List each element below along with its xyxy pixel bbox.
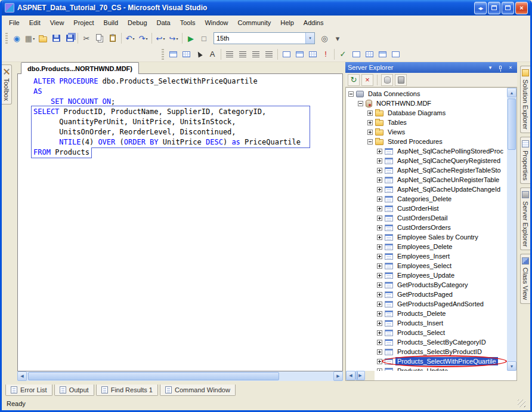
- menu-project[interactable]: Project: [69, 17, 98, 29]
- navigate-forward-icon[interactable]: ↪▾: [167, 32, 180, 45]
- menu-help[interactable]: Help: [276, 17, 299, 29]
- scroll-thumb[interactable]: [508, 99, 516, 150]
- tree-item-label[interactable]: Products_Select: [395, 328, 447, 337]
- tab-server-explorer[interactable]: Server Explorer: [520, 187, 530, 250]
- tree-row-northwnd-mdf[interactable]: NORTHWND.MDF: [346, 99, 507, 108]
- tree-item-label[interactable]: Employees_Update: [395, 271, 456, 279]
- expand-icon[interactable]: [377, 302, 382, 307]
- decrease-indent-icon[interactable]: [223, 48, 236, 61]
- expand-icon[interactable]: [377, 359, 382, 364]
- tree-row-custorderhist[interactable]: CustOrderHist: [346, 204, 507, 213]
- expand-icon[interactable]: [377, 263, 382, 269]
- expand-icon[interactable]: [377, 158, 382, 164]
- menu-tools[interactable]: Tools: [175, 17, 200, 29]
- tab-toolbox[interactable]: Toolbox: [2, 64, 12, 104]
- tree-item-label[interactable]: Products_SelectWithPriceQuartile: [395, 357, 498, 365]
- expand-icon[interactable]: [377, 282, 382, 288]
- collapse-icon[interactable]: [367, 139, 373, 144]
- expand-icon[interactable]: [377, 292, 382, 297]
- break-all-icon[interactable]: □: [197, 32, 211, 45]
- increase-indent-icon[interactable]: [236, 48, 249, 61]
- expand-icon[interactable]: [377, 368, 382, 371]
- expand-icon[interactable]: [377, 206, 382, 211]
- tree-item-label[interactable]: GetProductsPaged: [395, 290, 454, 299]
- tree-row-products-selectbyproductid[interactable]: Products_SelectByProductID: [346, 347, 507, 356]
- expand-icon[interactable]: [377, 244, 382, 250]
- tree-row-stored-procedures[interactable]: Stored Procedures: [346, 137, 507, 146]
- menu-edit[interactable]: Edit: [24, 17, 45, 29]
- expand-icon[interactable]: [377, 168, 382, 173]
- tree-row-aspnet-sqlcacheupdatechangeid[interactable]: AspNet_SqlCacheUpdateChangeId: [346, 185, 507, 194]
- tree-row-aspnet-sqlcachepollingstoredproc[interactable]: AspNet_SqlCachePollingStoredProc: [346, 146, 507, 156]
- window-minimize-button[interactable]: [488, 2, 500, 14]
- expand-icon[interactable]: [377, 225, 382, 230]
- scroll-track[interactable]: [507, 97, 516, 361]
- tab-class-view[interactable]: Class View: [520, 254, 530, 303]
- tree-horizontal-scrollbar[interactable]: ◀ ▶: [346, 371, 365, 380]
- scroll-left-icon[interactable]: ◀: [346, 371, 355, 380]
- tree-item-label[interactable]: AspNet_SqlCacheQueryRegistered: [395, 156, 502, 165]
- tree-item-label[interactable]: Tables: [386, 118, 409, 127]
- tree-item-label[interactable]: GetProductsPagedAndSorted: [395, 300, 485, 308]
- tree-item-label[interactable]: Employees_Insert: [395, 252, 451, 260]
- tree-item-label[interactable]: Products_Delete: [395, 309, 447, 318]
- tree-item-label[interactable]: CustOrderHist: [395, 204, 441, 213]
- save-icon[interactable]: [50, 32, 63, 45]
- collapse-icon[interactable]: [358, 101, 363, 106]
- tree-row-data-connections[interactable]: Data Connections: [346, 89, 507, 99]
- scroll-left-icon[interactable]: ◀: [17, 371, 27, 381]
- navigate-backward-icon[interactable]: ↩▾: [154, 32, 167, 45]
- tree-item-label[interactable]: AspNet_SqlCacheUpdateChangeId: [395, 185, 502, 193]
- toolbar-combo[interactable]: 15th ▾: [214, 32, 315, 44]
- tree-row-employees-select[interactable]: Employees_Select: [346, 261, 507, 270]
- tree-item-label[interactable]: Employee Sales by Country: [395, 233, 480, 241]
- tree-item-label[interactable]: Products_Insert: [395, 319, 445, 327]
- window-menu-icon[interactable]: ▾: [486, 64, 494, 72]
- tree-item-label[interactable]: AspNet_SqlCacheRegisterTableSto: [395, 166, 503, 174]
- start-debug-icon[interactable]: ▶: [184, 32, 197, 45]
- collapse-icon[interactable]: [348, 91, 354, 97]
- show-diagram-pane-icon[interactable]: [166, 48, 180, 61]
- tab-command-window[interactable]: Command Window: [160, 385, 236, 396]
- tree-item-label[interactable]: AspNet_SqlCachePollingStoredProc: [395, 147, 505, 155]
- expand-icon[interactable]: [377, 254, 382, 259]
- tree-item-label[interactable]: CustOrdersOrders: [395, 223, 453, 232]
- tree-row-employees-delete[interactable]: Employees_Delete: [346, 242, 507, 251]
- tab-find-results-1[interactable]: Find Results 1: [96, 385, 158, 396]
- expand-icon[interactable]: [377, 177, 382, 183]
- tree-item-label[interactable]: Employees_Delete: [395, 242, 454, 251]
- expand-icon[interactable]: [367, 110, 373, 116]
- tree-row-database-diagrams[interactable]: Database Diagrams: [346, 108, 507, 118]
- cut-icon[interactable]: ✂: [80, 32, 93, 45]
- bullet-list-icon[interactable]: [249, 48, 262, 61]
- copy-icon[interactable]: [93, 32, 106, 45]
- tab-properties[interactable]: Properties: [520, 137, 530, 184]
- tree-item-label[interactable]: Categories_Delete: [395, 195, 453, 203]
- menu-community[interactable]: Community: [233, 17, 276, 29]
- expand-icon[interactable]: [377, 273, 382, 278]
- expand-icon[interactable]: [377, 321, 382, 326]
- tree-row-products-delete[interactable]: Products_Delete: [346, 309, 507, 318]
- toolbar-grip[interactable]: [162, 49, 164, 60]
- toolbar-options-icon[interactable]: ▾: [331, 32, 344, 45]
- expand-icon[interactable]: [377, 187, 382, 192]
- refresh-icon[interactable]: ↻: [348, 74, 360, 86]
- verify-sql-icon[interactable]: ✓: [336, 48, 349, 61]
- tree-row-custordersdetail[interactable]: CustOrdersDetail: [346, 213, 507, 223]
- server-explorer-header[interactable]: Server Explorer ▾ ×: [345, 62, 517, 73]
- connect-to-server-icon[interactable]: [395, 74, 407, 86]
- tree-row-getproductspagedandsorted[interactable]: GetProductsPagedAndSorted: [346, 299, 507, 309]
- tree-row-aspnet-sqlcacheunregistertable[interactable]: AspNet_SqlCacheUnRegisterTable: [346, 175, 507, 185]
- tree-row-employees-insert[interactable]: Employees_Insert: [346, 251, 507, 261]
- tree-vertical-scrollbar[interactable]: ▲ ▼: [507, 88, 516, 371]
- tree-item-label[interactable]: Database Diagrams: [386, 109, 447, 117]
- tree-item-label[interactable]: Products_Update: [395, 367, 450, 371]
- tree-row-employees-update[interactable]: Employees_Update: [346, 270, 507, 280]
- scroll-thumb[interactable]: [28, 372, 279, 380]
- menu-file[interactable]: File: [4, 17, 24, 29]
- tree-item-label[interactable]: AspNet_SqlCacheUnRegisterTable: [395, 176, 501, 184]
- window-restore-button[interactable]: [502, 2, 514, 14]
- rename-icon[interactable]: A: [206, 48, 219, 61]
- window-dock-arrows-button[interactable]: ◀▶: [474, 2, 487, 14]
- tree-row-products-selectwithpricequartile[interactable]: Products_SelectWithPriceQuartile: [346, 356, 507, 366]
